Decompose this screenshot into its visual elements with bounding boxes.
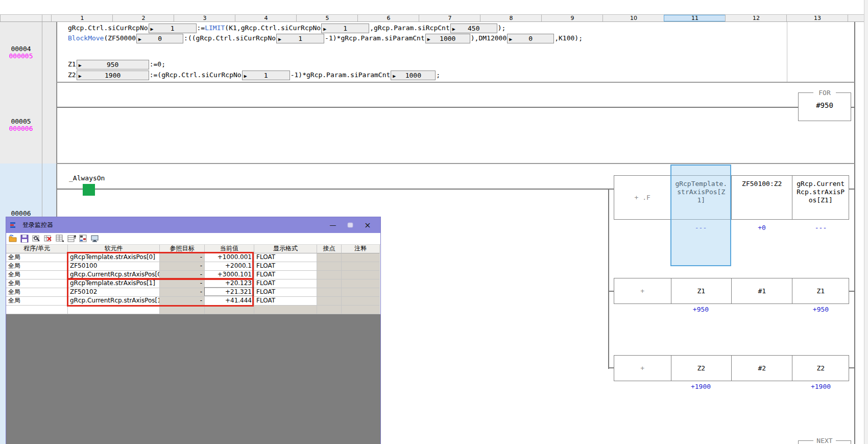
maximize-button[interactable] [342,220,359,231]
window-titlebar[interactable]: 登录监控器 — × [6,217,380,233]
delete-register-icon[interactable] [44,235,53,243]
column-header[interactable]: 接点 [317,245,342,253]
register-monitor-window[interactable]: 登录监控器 — × 程序/单元软元件参照目标当前值显示格 [6,217,381,444]
cell-contact[interactable] [317,262,342,271]
rung-number-00004[interactable]: 00004000005 [0,45,42,60]
table-row[interactable]: 全局ZF50100-+2000.1FLOAT [6,262,380,271]
move-row-icon[interactable] [67,235,76,243]
cell-contact[interactable] [317,253,342,262]
ladder-block-1[interactable]: + .FgRcpTemplate.strAxisPos[Z1]ZF50100:Z… [614,175,849,220]
block-operand[interactable]: Z2 [792,356,849,381]
ruler-column-6[interactable]: 6 [357,15,419,21]
cell-comment[interactable] [342,271,380,279]
ruler-column-5[interactable]: 5 [296,15,358,21]
ruler-column-13[interactable]: 13 [786,15,848,21]
minimize-button[interactable]: — [324,220,342,231]
script-line-1[interactable]: gRcp.Ctrl.siCurRcpNo▶1:=LIMIT(K1,gRcp.Ct… [68,24,505,33]
cell-device[interactable]: gRcpTemplate.strAxisPos[1] [68,279,160,288]
cell-value[interactable]: +1000.001 [205,253,254,262]
cell-value[interactable]: +20.123 [205,279,254,288]
monitor-value-box[interactable]: ▶1900 [77,71,149,80]
cell-comment[interactable] [342,253,380,262]
ruler-column-7[interactable]: 7 [419,15,480,21]
column-header[interactable]: 参照目标 [160,245,205,253]
monitor-value-box[interactable]: ▶1 [321,24,369,33]
cell-comment[interactable] [342,262,380,271]
cell-format[interactable]: FLOAT [254,271,317,279]
cell-unit[interactable]: 全局 [6,253,68,262]
cell-unit[interactable]: 全局 [6,262,68,271]
ruler-column-11[interactable]: 11 [664,15,726,21]
script-line-3[interactable]: Z1▶950:=0; [68,60,165,69]
cell-contact[interactable] [317,271,342,279]
always-on-contact[interactable] [83,184,95,196]
table-row[interactable]: 全局gRcpTemplate.strAxisPos[1]-+20.123FLOA… [6,279,380,288]
script-line-2[interactable]: BlockMove(ZF50000▶0:((gRcp.Ctrl.siCurRcp… [68,34,583,43]
cell-ref[interactable]: - [160,253,205,262]
cell-unit[interactable]: 全局 [6,271,68,279]
ruler-column-12[interactable]: 12 [725,15,787,21]
cell-device[interactable]: ZF50100 [68,262,160,271]
cell-ref[interactable]: - [160,297,205,306]
table-row[interactable]: 全局gRcp.CurrentRcp.strAxisPos[1]-+41.444F… [6,297,380,306]
monitor-table[interactable]: 程序/单元软元件参照目标当前值显示格式接点注释全局gRcpTemplate.st… [6,245,380,314]
cell-ref[interactable]: - [160,271,205,279]
cell-contact[interactable] [317,297,342,306]
monitor-value-box[interactable]: ▶450 [450,24,497,33]
monitor-value-box[interactable]: ▶1000 [425,34,470,43]
cell-value[interactable]: +2000.1 [205,262,254,271]
monitor-value-box[interactable]: ▶1000 [391,71,436,80]
block-operand[interactable]: ZF50100:Z2 [731,176,792,219]
table-row[interactable]: 全局gRcpTemplate.strAxisPos[0]-+1000.001FL… [6,253,380,262]
cell-format[interactable]: FLOAT [254,288,317,297]
ruler-column-4[interactable]: 4 [235,15,297,21]
column-header[interactable]: 当前值 [205,245,254,253]
cell-unit[interactable]: 全局 [6,297,68,306]
ruler-column-10[interactable]: 10 [602,15,664,21]
ladder-block-2[interactable]: +Z1#1Z1 [614,278,849,304]
cell-comment[interactable] [342,288,380,297]
cell-unit[interactable]: 全局 [6,279,68,288]
ladder-block-3[interactable]: +Z2#2Z2 [614,355,849,381]
cell-value[interactable]: +21.321 [205,288,254,297]
block-operand[interactable]: gRcpTemplate.strAxisPos[Z1] [671,176,731,219]
cell-device[interactable]: gRcpTemplate.strAxisPos[0] [68,253,160,262]
block-operand[interactable]: gRcp.CurrentRcp.strAxisPos[Z1] [792,176,849,219]
ruler-column-9[interactable]: 9 [541,15,603,21]
insert-row-icon[interactable] [56,235,64,243]
monitor-value-box[interactable]: ▶1 [276,34,324,43]
for-instruction-block[interactable]: FOR #950 [798,92,851,121]
cell-ref[interactable]: - [160,279,205,288]
rung-number-00005[interactable]: 00005000006 [0,118,42,132]
ruler-column-8[interactable]: 8 [480,15,542,21]
open-file-icon[interactable] [9,235,17,243]
cell-contact[interactable] [317,279,342,288]
ruler-column-2[interactable]: 2 [112,15,174,21]
monitor-value-box[interactable]: ▶0 [136,34,183,43]
column-header[interactable]: 注释 [342,245,380,253]
cell-format[interactable]: FLOAT [254,262,317,271]
block-operand[interactable]: Z2 [671,356,731,381]
ruler-column-3[interactable]: 3 [174,15,235,21]
monitor-display-icon[interactable] [91,235,100,243]
block-operand[interactable]: #2 [731,356,792,381]
table-row[interactable]: 全局gRcp.CurrentRcp.strAxisPos[0]-+3000.10… [6,271,380,279]
cell-comment[interactable] [342,279,380,288]
next-instruction-block[interactable]: NEXT [798,440,851,444]
block-operand[interactable]: #1 [731,278,792,303]
cell-device[interactable]: ZF50102 [68,288,160,297]
block-operand[interactable]: Z1 [671,278,731,303]
cell-format[interactable]: FLOAT [254,297,317,306]
cell-device[interactable]: gRcp.CurrentRcp.strAxisPos[1] [68,297,160,306]
batch-register-icon[interactable] [79,235,88,243]
table-empty-row[interactable] [6,306,380,314]
cell-ref[interactable]: - [160,262,205,271]
script-line-4[interactable]: Z2▶1900:=(gRcp.Ctrl.siCurRcpNo▶1-1)*gRcp… [68,71,440,80]
vertical-scrollbar[interactable] [864,0,868,444]
cell-contact[interactable] [317,288,342,297]
column-header[interactable]: 程序/单元 [6,245,68,253]
cell-format[interactable]: FLOAT [254,279,317,288]
monitor-value-box[interactable]: ▶1 [242,71,290,80]
ruler-column-1[interactable]: 1 [51,15,113,21]
save-icon[interactable] [20,235,29,243]
